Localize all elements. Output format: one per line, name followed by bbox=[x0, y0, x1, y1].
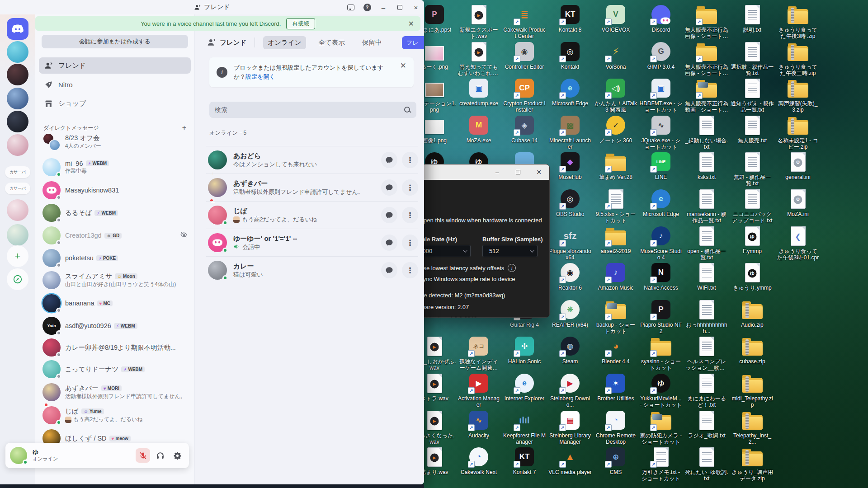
username[interactable]: ゆ bbox=[33, 449, 58, 456]
desktop-icon[interactable]: ◁)↗かんたん！AITalk 3 関西風 bbox=[594, 77, 637, 113]
tab-online[interactable]: オンライン bbox=[263, 36, 306, 49]
buffer-size-dropdown[interactable]: 512 bbox=[482, 245, 538, 257]
desktop-icon[interactable]: ニコニコバックアップコード.txt bbox=[731, 188, 774, 224]
desktop-icon[interactable]: ◉↗Controller Editor bbox=[503, 41, 546, 70]
desktop-icon[interactable]: ✶↗Brother Utilities bbox=[594, 372, 637, 402]
desktop-icon[interactable]: ◆↗MuseHub bbox=[548, 151, 592, 180]
message-button[interactable] bbox=[381, 152, 397, 168]
reconnect-button[interactable]: 再接続 bbox=[286, 18, 315, 29]
desktop-icon[interactable]: CP↗Crypton Product Installer bbox=[503, 77, 546, 113]
desktop-icon[interactable]: ≣↗Cakewalk Product Center bbox=[503, 4, 546, 39]
dm-list-item[interactable]: Creator13gd☻GD bbox=[39, 225, 191, 246]
desktop-icon[interactable]: open - 親作品一覧.txt bbox=[685, 225, 728, 261]
more-button[interactable]: ⋮ bbox=[402, 235, 418, 251]
desktop-icon[interactable]: ◔↗Chrome Remote Desktop bbox=[594, 409, 637, 445]
dm-list-item[interactable]: スライムアミサ☺Moon山田と山田が好き(山田リョウと笑う4体の山) bbox=[39, 270, 191, 291]
desktop-icon[interactable]: ◉↗Reaktor 6 bbox=[548, 262, 592, 291]
desktop-icon[interactable]: ♪↗MuseScore Studio 4 bbox=[639, 225, 683, 261]
desktop-icon[interactable]: ▣createdump.exe bbox=[457, 77, 500, 107]
dm-list-item[interactable]: bananana♥MC bbox=[39, 293, 191, 314]
add-friend-button[interactable]: フレ bbox=[402, 36, 424, 49]
desktop-icon[interactable]: おっhhhhhhhhhhh... bbox=[685, 299, 728, 334]
mic-muted-button[interactable] bbox=[136, 448, 150, 463]
desktop-icon[interactable]: ◎↗OBS Studio bbox=[548, 188, 592, 217]
add-server-button[interactable]: + bbox=[7, 245, 28, 267]
sidebar-item-shop[interactable]: ショップ bbox=[39, 95, 191, 112]
hidden-eye-icon[interactable] bbox=[180, 231, 188, 240]
deafen-button[interactable] bbox=[153, 448, 167, 463]
desktop-icon[interactable]: e↗Internet Explorer bbox=[503, 372, 546, 402]
more-button[interactable]: ⋮ bbox=[402, 262, 418, 278]
explore-button[interactable] bbox=[7, 268, 28, 290]
desktop-icon[interactable]: V↗VOICEVOX bbox=[594, 4, 637, 33]
more-button[interactable]: ⋮ bbox=[402, 179, 418, 196]
desktop-icon[interactable]: きゅうり_調声用データ.zip bbox=[731, 446, 774, 482]
more-button[interactable]: ⋮ bbox=[402, 152, 418, 168]
desktop-icon[interactable]: ❮きゅうり食ってた午後3時-01.cpr bbox=[776, 225, 820, 261]
sync-sample-rate-row[interactable]: Sync Windows sample rate to device bbox=[409, 276, 545, 282]
open-on-connect-row[interactable]: Open this window when hardware is connec… bbox=[409, 217, 545, 224]
desktop-icon[interactable]: ▲↗VLC media player bbox=[548, 446, 592, 475]
desktop-icon[interactable]: e↗Microsoft Edge bbox=[548, 77, 592, 107]
desktop-icon[interactable]: ゆ↗YukkuriMovieM... - ショートカット bbox=[639, 372, 683, 408]
desktop-icon[interactable]: ◈↗Cubase 14 bbox=[503, 114, 546, 144]
desktop-icon[interactable]: ヘルスコンプレッション__歌詞.txt bbox=[685, 335, 728, 371]
desktop-icon[interactable]: ılıl↗Keepforest File Manager bbox=[503, 409, 546, 445]
desktop-icon[interactable]: ラジオ_歌詞.txt bbox=[685, 409, 728, 439]
desktop-icon[interactable]: ✓↗ノートン 360 bbox=[594, 114, 637, 144]
dm-list-item[interactable]: poketetsu⚡POKE bbox=[39, 248, 191, 268]
desktop-icon[interactable]: ↗無人販売不正行為画像 - ショートカッ... bbox=[685, 4, 728, 39]
desktop-icon[interactable]: ksks.txt bbox=[685, 151, 728, 180]
desktop-icon[interactable]: LINE↗LINE bbox=[639, 151, 683, 180]
desktop-icon[interactable]: 調声練習(失敗)_3.zip bbox=[776, 77, 820, 113]
desktop-icon[interactable]: 名称未設定1 - コピー.zip bbox=[776, 114, 820, 150]
dialog-maximize-button[interactable] bbox=[508, 164, 528, 180]
desktop-icon[interactable]: ◍↗Steam bbox=[548, 335, 592, 365]
server-icon-server-8[interactable] bbox=[7, 199, 28, 221]
desktop-icon[interactable]: ↗airset2-2019 bbox=[594, 225, 637, 254]
tab-pending[interactable]: 保留中 bbox=[358, 36, 387, 49]
desktop-icon[interactable]: 説明.txt bbox=[731, 4, 774, 33]
desktop-icon[interactable]: ◎↗Kontakt bbox=[548, 41, 592, 70]
desktop-icon[interactable]: ▶↗Steinberg Downlo... bbox=[548, 372, 592, 408]
friend-row[interactable]: あずきバー活動者様以外原則フレンド申請許可してません。⋮ bbox=[206, 174, 418, 201]
minimize-button[interactable]: – bbox=[375, 0, 392, 14]
close-icon[interactable]: ✕ bbox=[400, 61, 406, 70]
desktop-icon[interactable]: ↗Discord bbox=[639, 4, 683, 33]
dialog-minimize-button[interactable]: – bbox=[487, 164, 508, 180]
sidebar-server-server-7[interactable]: カサーバ bbox=[5, 183, 30, 194]
desktop-icon[interactable]: ▩↗Minecraft Launcher bbox=[548, 114, 592, 150]
server-icon-server-5[interactable] bbox=[7, 134, 28, 156]
info-icon[interactable]: i bbox=[508, 264, 516, 272]
desktop-icon[interactable]: ⚙general.ini bbox=[776, 151, 820, 180]
desktop-icon[interactable]: 無人販売.txt bbox=[731, 114, 774, 144]
desktop-icon[interactable]: 通知うぜえ - 親作品一覧.txt bbox=[731, 77, 774, 113]
desktop-icon[interactable]: Telepathy_Inst_2... bbox=[731, 409, 774, 445]
desktop-icon[interactable]: ▶↗Activation Manager bbox=[457, 372, 500, 408]
dm-list-item[interactable]: Masayukisnow831 bbox=[39, 180, 191, 201]
desktop-icon[interactable]: ✣↗HALion Sonic bbox=[503, 335, 546, 365]
desktop-icon[interactable]: WIFI.txt bbox=[685, 262, 728, 291]
desktop-icon[interactable]: ネコ↗孤独なインディーゲーム開発者の一生 ... bbox=[457, 335, 500, 371]
desktop-icon[interactable]: ▣↗HDDFMT.exe - ショートカット bbox=[639, 77, 683, 113]
discord-home-button[interactable] bbox=[7, 18, 28, 40]
friend-search[interactable] bbox=[209, 102, 416, 118]
desktop-icon[interactable]: ◔↗Cakewalk Next bbox=[457, 446, 500, 475]
desktop-icon[interactable]: ◕↗Blender 4.4 bbox=[594, 335, 637, 365]
desktop-icon[interactable]: まにまにわーるど！.txt bbox=[685, 372, 728, 408]
desktop-icon[interactable]: ↗backup - ショートカット bbox=[594, 299, 637, 334]
desktop-icon[interactable]: 選択肢 - 親作品一覧.txt bbox=[731, 41, 774, 76]
sidebar-item-nitro[interactable]: Nitro bbox=[39, 76, 191, 93]
server-icon-server-4[interactable] bbox=[7, 111, 28, 132]
help-icon[interactable]: ? bbox=[359, 0, 375, 14]
desktop-icon[interactable]: sfz↗Plogue sforzando x64 bbox=[548, 225, 592, 261]
desktop-icon[interactable]: KT↗Kontakt 8 bbox=[548, 4, 592, 33]
desktop-icon[interactable]: Audio.zip bbox=[731, 299, 774, 328]
desktop-icon[interactable]: ❋↗REAPER (x64) bbox=[548, 299, 592, 328]
server-icon-server-1[interactable] bbox=[7, 41, 28, 63]
desktop-icon[interactable]: 死にたい_ゆ歌詞.txt bbox=[685, 446, 728, 482]
desktop-icon[interactable]: ↗筆まめ Ver.28 bbox=[594, 151, 637, 180]
friend-row[interactable]: ゆーゆー' or '1'='1' --会話中⋮ bbox=[206, 229, 418, 256]
dm-list-item[interactable]: こってりドーナツ⚡WEBM bbox=[39, 359, 191, 380]
desktop-icon[interactable]: ↗syasinn - ショートカット bbox=[639, 335, 683, 371]
